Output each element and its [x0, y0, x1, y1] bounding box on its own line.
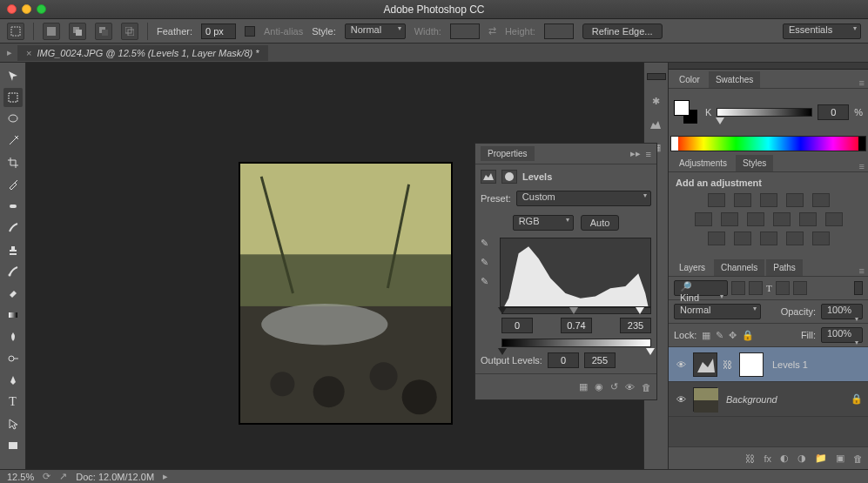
canvas[interactable]: Properties ▸▸ ≡ Levels Preset: Custom RG…: [26, 63, 643, 469]
gray-point-eyedropper[interactable]: ✎: [481, 257, 495, 271]
trash-icon[interactable]: 🗑: [642, 382, 651, 392]
output-black-slider-icon[interactable]: [498, 348, 507, 355]
curves-icon[interactable]: [760, 193, 777, 207]
subtract-selection-icon[interactable]: [95, 23, 112, 40]
histogram[interactable]: [500, 238, 651, 307]
gradient-tool[interactable]: [3, 305, 23, 325]
healing-brush-tool[interactable]: [3, 197, 23, 216]
selective-color-icon[interactable]: [812, 231, 830, 245]
adjustments-panel-menu-icon[interactable]: ≡: [859, 161, 865, 171]
fill-field[interactable]: 100%: [821, 327, 863, 343]
navigator-icon[interactable]: ✱: [652, 96, 660, 107]
expand-docs-icon[interactable]: ▸: [7, 47, 12, 58]
dock-collapse-icon[interactable]: [647, 73, 666, 80]
layer-row[interactable]: 👁 Background 🔒: [669, 382, 868, 417]
layer-thumb[interactable]: [693, 387, 717, 412]
auto-button[interactable]: Auto: [581, 215, 620, 231]
filter-shape-icon[interactable]: [776, 281, 790, 295]
lasso-tool[interactable]: [3, 110, 23, 129]
status-icon1[interactable]: ⟳: [43, 471, 50, 482]
pen-tool[interactable]: [3, 371, 23, 390]
preset-select[interactable]: Custom: [516, 191, 651, 206]
histogram-panel-icon[interactable]: [649, 119, 663, 130]
doc-info-chevron-icon[interactable]: ▸: [163, 471, 168, 482]
blur-tool[interactable]: [3, 327, 23, 346]
k-slider[interactable]: [717, 108, 812, 117]
foreground-background-swatch[interactable]: [674, 100, 698, 124]
input-levels-slider[interactable]: [501, 307, 651, 314]
opacity-field[interactable]: 100%: [821, 304, 863, 319]
link-layers-icon[interactable]: ⛓: [745, 453, 755, 464]
properties-tab[interactable]: Properties: [481, 146, 535, 161]
history-brush-tool[interactable]: [3, 262, 23, 281]
channel-select[interactable]: RGB: [513, 215, 574, 231]
brightness-adjustment-icon[interactable]: [708, 193, 725, 207]
marquee-tool[interactable]: [3, 88, 23, 107]
color-tab[interactable]: Color: [672, 71, 707, 88]
layer-row[interactable]: 👁 ⛓ Levels 1: [669, 347, 868, 382]
add-selection-icon[interactable]: [69, 23, 86, 40]
lock-transparency-icon[interactable]: ▦: [702, 330, 710, 341]
k-value-field[interactable]: 0: [818, 104, 849, 120]
adjustments-tab[interactable]: Adjustments: [672, 155, 734, 171]
input-black-field[interactable]: 0: [501, 318, 533, 333]
delete-layer-icon[interactable]: 🗑: [853, 453, 863, 464]
color-balance-icon[interactable]: [721, 212, 738, 226]
layer-mask-button-icon[interactable]: ◐: [780, 453, 789, 464]
eyedropper-tool[interactable]: [3, 175, 23, 194]
blend-mode-select[interactable]: Normal: [674, 304, 761, 319]
channel-mixer-icon[interactable]: [799, 212, 817, 226]
rectangle-tool[interactable]: [3, 436, 23, 455]
brush-tool[interactable]: [3, 218, 23, 238]
mask-icon[interactable]: [501, 170, 517, 184]
vibrance-icon[interactable]: [812, 193, 830, 207]
magic-wand-tool[interactable]: [3, 131, 23, 151]
black-point-eyedropper[interactable]: ✎: [481, 238, 495, 252]
doc-size-label[interactable]: Doc: 12.0M/12.0M: [76, 472, 154, 482]
filter-type-icon[interactable]: T: [766, 283, 772, 293]
output-white-slider-icon[interactable]: [646, 348, 655, 355]
lock-all-icon[interactable]: 🔒: [742, 330, 754, 341]
status-icon2[interactable]: ↗: [59, 471, 67, 482]
new-group-icon[interactable]: 📁: [815, 453, 827, 464]
white-point-eyedropper[interactable]: ✎: [481, 276, 495, 290]
dodge-tool[interactable]: [3, 349, 23, 368]
white-slider-icon[interactable]: [636, 307, 644, 314]
antialias-checkbox[interactable]: [245, 26, 255, 37]
tool-preset-picker[interactable]: [7, 23, 24, 40]
new-selection-icon[interactable]: [43, 23, 60, 40]
layer-style-icon[interactable]: fx: [764, 453, 771, 464]
reset-icon[interactable]: ↺: [610, 381, 618, 392]
color-lookup-icon[interactable]: [825, 212, 843, 226]
black-slider-icon[interactable]: [498, 307, 507, 314]
filter-toggle[interactable]: [854, 281, 863, 295]
output-gradient[interactable]: [501, 339, 651, 347]
bw-icon[interactable]: [747, 212, 764, 226]
refine-edge-button[interactable]: Refine Edge...: [582, 23, 663, 39]
levels-icon[interactable]: [734, 193, 751, 207]
layer-filter-select[interactable]: 🔎 Kind: [674, 280, 728, 296]
layers-tab[interactable]: Layers: [672, 259, 712, 276]
channels-tab[interactable]: Channels: [714, 259, 764, 276]
stamp-tool[interactable]: [3, 240, 23, 259]
input-white-field[interactable]: 235: [620, 318, 651, 333]
new-adjustment-layer-icon[interactable]: ◑: [797, 453, 806, 464]
lock-position-icon[interactable]: ✥: [729, 330, 737, 341]
link-icon[interactable]: ⛓: [723, 359, 732, 370]
invert-icon[interactable]: [708, 231, 725, 245]
type-tool[interactable]: T: [3, 392, 23, 412]
visibility-toggle[interactable]: 👁: [674, 359, 688, 370]
close-tab-icon[interactable]: ×: [26, 48, 31, 58]
posterize-icon[interactable]: [734, 231, 751, 245]
feather-input[interactable]: [201, 23, 236, 39]
filter-smart-icon[interactable]: [793, 281, 807, 295]
exposure-icon[interactable]: [786, 193, 804, 207]
layer-mask-thumb[interactable]: [739, 352, 764, 377]
adjustment-thumb-icon[interactable]: [693, 352, 717, 377]
gradient-map-icon[interactable]: [786, 231, 804, 245]
color-panel-menu-icon[interactable]: ≡: [859, 77, 865, 88]
filter-adjustment-icon[interactable]: [749, 281, 763, 295]
color-spectrum[interactable]: [670, 136, 866, 151]
visibility-toggle[interactable]: 👁: [674, 394, 688, 405]
layers-panel-menu-icon[interactable]: ≡: [859, 265, 865, 276]
